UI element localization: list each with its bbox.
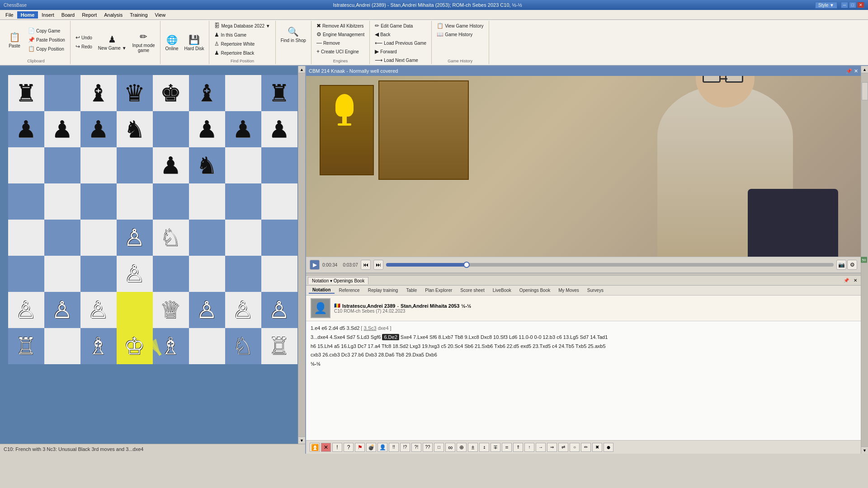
camera-icon[interactable]: 📷 bbox=[836, 260, 846, 270]
square-a1[interactable]: ♖ bbox=[8, 328, 44, 364]
white-k-piece[interactable]: ♔ bbox=[124, 334, 145, 358]
square-h1[interactable]: ♖ bbox=[261, 328, 297, 364]
nav-start-btn[interactable]: ⏫ bbox=[310, 443, 320, 452]
square-g3[interactable] bbox=[225, 256, 261, 292]
annot-rl-btn[interactable]: ⇌ bbox=[558, 443, 568, 452]
subtab-replay[interactable]: Replay training bbox=[364, 287, 402, 293]
square-c7[interactable]: ♟ bbox=[80, 111, 117, 147]
white-n-piece[interactable]: ♘ bbox=[160, 226, 181, 249]
square-d7[interactable]: ♞ bbox=[117, 111, 153, 147]
square-f2[interactable]: ♙ bbox=[189, 292, 225, 328]
square-g7[interactable]: ♟ bbox=[225, 111, 261, 147]
black-b-piece[interactable]: ♝ bbox=[196, 81, 217, 105]
black-p-piece[interactable]: ♟ bbox=[15, 117, 37, 141]
square-c5[interactable] bbox=[80, 183, 117, 220]
close-button[interactable]: ✕ bbox=[857, 2, 864, 8]
black-n-piece[interactable]: ♞ bbox=[124, 117, 145, 141]
annot-bomb-btn[interactable]: 💣 bbox=[366, 443, 376, 452]
white-r-piece[interactable]: ♖ bbox=[15, 334, 37, 358]
annot-darr-btn[interactable]: ⇒ bbox=[547, 443, 557, 452]
game-history-button[interactable]: 📖 Game History bbox=[434, 30, 475, 38]
annot-pen-btn[interactable]: ✏ bbox=[581, 443, 591, 452]
minimize-button[interactable]: ─ bbox=[841, 2, 848, 8]
white-b-piece[interactable]: ♗ bbox=[160, 334, 181, 358]
menu-insert[interactable]: Insert bbox=[38, 11, 58, 19]
create-uci-button[interactable]: + Create UCI Engine bbox=[314, 47, 361, 56]
notation-text[interactable]: 1.e4 e6 2.d4 d5 3.Sd2 [ 3.Sc3 dxe4 ] 3..… bbox=[306, 321, 861, 440]
black-p-piece[interactable]: ♟ bbox=[196, 117, 217, 141]
square-d3[interactable]: ♙ bbox=[117, 256, 153, 292]
annot-box-btn[interactable]: □ bbox=[434, 443, 444, 452]
subtab-plan-explorer[interactable]: Plan Explorer bbox=[421, 287, 456, 293]
square-c4[interactable] bbox=[80, 220, 117, 256]
chess-board[interactable]: ♜♝♛♚♝♜♟♟♟♞♟♟♟♟♞♙♘♙♙♙♙♕♙♙♙♖♗♔♗♘♖ bbox=[8, 75, 297, 364]
square-d5[interactable] bbox=[117, 183, 153, 220]
variation-move[interactable]: 3.Sc3 bbox=[363, 325, 376, 331]
paste-position-button[interactable]: 📌 Paste Position bbox=[26, 36, 67, 44]
annot-arr2-btn[interactable]: ⇑ bbox=[513, 443, 523, 452]
load-prev-button[interactable]: ⟵ Load Previous Game bbox=[373, 39, 429, 47]
tab-close-icon[interactable]: ✕ bbox=[852, 278, 859, 283]
rewind-button[interactable]: ⏮ bbox=[361, 260, 371, 270]
copy-game-button[interactable]: 📄 Copy Game bbox=[26, 27, 67, 35]
square-g8[interactable] bbox=[225, 75, 261, 111]
progress-bar[interactable] bbox=[386, 263, 834, 267]
white-p-piece[interactable]: ♙ bbox=[15, 298, 37, 322]
annot-circle-btn[interactable]: ○ bbox=[570, 443, 580, 452]
square-a7[interactable]: ♟ bbox=[8, 111, 44, 147]
board-container[interactable]: ♜♝♛♚♝♜♟♟♟♞♟♟♟♟♞♙♘♙♙♙♙♕♙♙♙♖♗♔♗♘♖ bbox=[0, 66, 305, 444]
view-game-history-button[interactable]: 📋 View Game History bbox=[434, 22, 486, 30]
annot-pm-btn[interactable]: ± bbox=[468, 443, 478, 452]
nav-delete-btn[interactable]: ✕ bbox=[321, 443, 331, 452]
subtab-livebook[interactable]: LiveBook bbox=[489, 287, 515, 293]
rep-white-button[interactable]: ♙ Repertoire White bbox=[212, 40, 257, 48]
square-a5[interactable] bbox=[8, 183, 44, 220]
black-b-piece[interactable]: ♝ bbox=[88, 81, 109, 105]
copy-position-button[interactable]: 📋 Copy Position bbox=[26, 45, 67, 53]
black-n-piece[interactable]: ♞ bbox=[196, 154, 217, 177]
redo-button[interactable]: ↪ Redo bbox=[73, 42, 94, 51]
back-button[interactable]: ◀ Back bbox=[373, 30, 392, 38]
square-a8[interactable]: ♜ bbox=[8, 75, 44, 111]
annot-inf-btn[interactable]: ∞ bbox=[445, 443, 455, 452]
play-pause-button[interactable]: ▶ bbox=[310, 260, 320, 270]
annot-q2-btn[interactable]: ?? bbox=[423, 443, 433, 452]
black-p-piece[interactable]: ♟ bbox=[232, 117, 254, 141]
square-b1[interactable] bbox=[44, 328, 80, 364]
highlighted-move[interactable]: 6.De2 bbox=[382, 334, 399, 340]
annot-excl-q-btn[interactable]: !? bbox=[400, 443, 410, 452]
subtab-notation[interactable]: Notation bbox=[309, 287, 335, 294]
square-f8[interactable]: ♝ bbox=[189, 75, 225, 111]
menu-report[interactable]: Report bbox=[78, 11, 100, 19]
square-b4[interactable] bbox=[44, 220, 80, 256]
style-button[interactable]: Style ▼ bbox=[815, 2, 837, 9]
square-a2[interactable]: ♙ bbox=[8, 292, 44, 328]
menu-view[interactable]: View bbox=[151, 11, 170, 19]
hard-disk-button[interactable]: 💾 Hard Disk bbox=[182, 30, 207, 55]
square-a3[interactable] bbox=[8, 256, 44, 292]
square-d6[interactable] bbox=[117, 147, 153, 183]
annot-eq-btn[interactable]: = bbox=[502, 443, 512, 452]
white-p-piece[interactable]: ♙ bbox=[124, 262, 145, 286]
square-b5[interactable] bbox=[44, 183, 80, 220]
settings-icon[interactable]: ⚙ bbox=[847, 260, 857, 270]
fast-forward-button[interactable]: ⏭ bbox=[373, 260, 383, 270]
remove-button[interactable]: — Remove bbox=[314, 39, 342, 47]
square-e3[interactable] bbox=[153, 256, 189, 292]
white-p-piece[interactable]: ♙ bbox=[196, 298, 217, 322]
white-p-piece[interactable]: ♙ bbox=[88, 298, 109, 322]
square-h2[interactable]: ♙ bbox=[261, 292, 297, 328]
black-p-piece[interactable]: ♟ bbox=[269, 117, 290, 141]
square-c8[interactable]: ♝ bbox=[80, 75, 117, 111]
square-d1[interactable]: ♔ bbox=[117, 328, 153, 364]
engine-mgmt-button[interactable]: ⚙ Engine Management bbox=[314, 30, 367, 38]
square-c6[interactable] bbox=[80, 147, 117, 183]
square-a6[interactable] bbox=[8, 147, 44, 183]
tab-notation[interactable]: Notation ▾ Openings Book bbox=[308, 277, 368, 284]
online-button[interactable]: 🌐 Online bbox=[163, 30, 181, 55]
panel-close-icon[interactable]: ✕ bbox=[854, 68, 858, 74]
square-c1[interactable]: ♗ bbox=[80, 328, 117, 364]
square-h8[interactable]: ♜ bbox=[261, 75, 297, 111]
annot-q-btn[interactable]: ? bbox=[344, 443, 354, 452]
menu-training[interactable]: Training bbox=[126, 11, 151, 19]
